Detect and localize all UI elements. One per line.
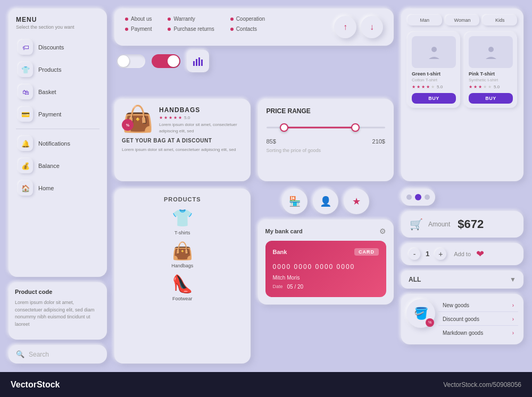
products-panel: PRODUCTS 👕 T-shirts 👜 Handbags 👠 Footwea… [114,189,251,364]
dots-pagination[interactable] [401,189,435,206]
pagination-dots-row [401,189,523,206]
bank-card-panel: My bank card ⚙ Bank CARD 0000 0000 0000 … [258,219,394,305]
filter-tabs: Man Woman Kids [408,15,517,26]
sidebar-menu: MENU Select the section you want 🏷 Disco… [9,9,107,277]
star-button[interactable]: ★ [344,189,369,214]
star: ★ [417,85,420,89]
toggle-off[interactable] [117,54,145,68]
amount-widget: 🛒 Amount $672 [401,211,523,238]
cart-icon: 🛒 [410,218,423,231]
cat-item-discount-goods[interactable]: Discount goods › [438,313,518,326]
shop-button[interactable]: 🏪 [282,189,307,214]
svg-rect-1 [196,59,197,66]
card-bottom: Date 05 / 20 [273,284,379,290]
chevron-down-icon: ▼ [510,276,516,283]
top-section: About us Payment Warranty Purchase retur… [114,9,394,91]
sidebar-item-payment[interactable]: 💳 Payment [16,103,99,125]
sidebar-item-balance[interactable]: 💰 Balance [16,155,99,177]
nav-item-returns[interactable]: Purchase returns [168,26,214,32]
svg-rect-3 [201,60,203,66]
product-type: Cotton T-shirt [412,78,456,82]
sidebar-item-basket[interactable]: 🛍 Basket [16,81,99,103]
dropdown-widget[interactable]: ALL ▼ [401,271,523,289]
product-item-handbags[interactable]: 👜 Handbags [122,241,243,268]
gear-icon[interactable]: ⚙ [379,227,386,235]
product-image [412,36,456,68]
product-code-title: Product code [15,289,101,295]
product-item-name: Footwear [172,296,193,301]
arrow-controls: ↑ ↓ [334,16,383,38]
product-item-name: Handbags [171,263,193,268]
handbags-icon: 👜 [172,241,193,261]
dot-1[interactable] [406,195,412,200]
search-icon: 🔍 [16,350,24,358]
buy-button-1[interactable]: BUY [412,93,456,104]
slider-thumb-left[interactable] [280,123,288,132]
product-type: Synthetic t-shirt [469,78,513,82]
sidebar-item-label: Payment [38,111,61,117]
nav-item-cooperation[interactable]: Cooperation [230,16,265,22]
product-name: Pink T-shirt [469,71,513,77]
sidebar-item-discounts[interactable]: 🏷 Discounts [16,36,99,58]
nav-col-3: Cooperation Contacts [230,16,265,38]
nav-item-about[interactable]: About us [125,16,152,22]
sidebar-item-home[interactable]: 🏠 Home [16,177,99,199]
filter-tab-man[interactable]: Man [408,15,442,26]
nav-item-warranty[interactable]: Warranty [168,16,214,22]
search-bar[interactable]: 🔍 Search [9,345,107,364]
arrow-up-button[interactable]: ↑ [334,16,356,38]
cat-item-label: New goods [443,302,469,308]
search-label: Search [29,351,49,358]
bank-card-title: My bank card [265,228,303,234]
arrow-down-button[interactable]: ↓ [361,16,383,38]
bank-card-header: My bank card ⚙ [265,227,387,235]
handbag-rating: 5.0 [184,115,190,120]
categories-list: 🪣 % New goods › Discount goods › Markdow… [401,294,523,344]
minus-button[interactable]: - [409,248,420,260]
card-name: Mitch Moris [273,275,379,281]
sidebar-item-label: Notifications [38,140,70,147]
cat-item-new-goods[interactable]: New goods › [438,299,518,312]
nav-item-label: Payment [131,26,152,32]
star-3: ★ [169,115,172,120]
buy-button-2[interactable]: BUY [469,93,513,104]
nav-item-label: Cooperation [236,16,265,22]
sidebar-item-products[interactable]: 👕 Products [16,58,99,81]
handbag-promo: 👜 % HANDBAGS ★ ★ ★ ★ ★ 5.0 Lorem ipsum d… [114,99,251,181]
slider-thumb-right[interactable] [351,123,360,132]
svg-point-5 [488,47,494,52]
center-bottom: 🏪 👤 ★ My bank card ⚙ Bank CARD 0000 0000… [258,189,394,364]
product-cards-row: Green t-shirt Cotton T-shirt ★ ★ ★ ★ ★ 5… [408,32,517,108]
sidebar-item-label: Home [38,185,54,191]
product-card-pink-tshirt: Pink T-shirt Synthetic t-shirt ★ ★ ★ ★ ★… [464,32,517,108]
cat-item-markdown-goods[interactable]: Markdown goods › [438,327,518,339]
chart-icon [187,50,209,72]
filter-tab-woman[interactable]: Woman [445,15,480,26]
basket-icon: 🛍 [18,85,33,99]
product-item-footwear[interactable]: 👠 Footwear [122,274,243,301]
person-button[interactable]: 👤 [313,189,338,214]
product-card-green-tshirt: Green t-shirt Cotton T-shirt ★ ★ ★ ★ ★ 5… [408,32,460,108]
sidebar-item-notifications[interactable]: 🔔 Notifications [16,132,99,155]
chevron-right-icon: › [512,302,514,308]
sidebar: MENU Select the section you want 🏷 Disco… [9,9,107,364]
star-5: ★ [178,115,182,120]
price-slider[interactable] [267,122,386,133]
plus-button[interactable]: + [435,248,446,260]
toggle-on[interactable] [152,54,180,68]
nav-item-contacts[interactable]: Contacts [230,26,265,32]
footer: VectorStock VectorStock.com/50908056 [0,372,532,397]
handbag-icon-wrap: 👜 % [122,106,154,132]
handbag-desc: Lorem ipsum dolor sit amet, consectetuer… [159,122,243,134]
dot-2-active[interactable] [415,194,421,200]
nav-item-payment[interactable]: Payment [125,26,152,32]
tag-icon: 🏷 [18,40,33,55]
heart-icon[interactable]: ❤ [476,248,484,260]
filter-tab-kids[interactable]: Kids [483,15,517,26]
category-icon-wrap: 🪣 % [406,299,435,328]
product-code-card: Product code Lorem ipsum dolor sit amet,… [9,282,107,340]
product-item-tshirts[interactable]: 👕 T-shirts [122,208,243,235]
toggles-section [114,50,394,72]
dot-3[interactable] [425,195,430,200]
add-to-label: Add to [454,251,471,257]
